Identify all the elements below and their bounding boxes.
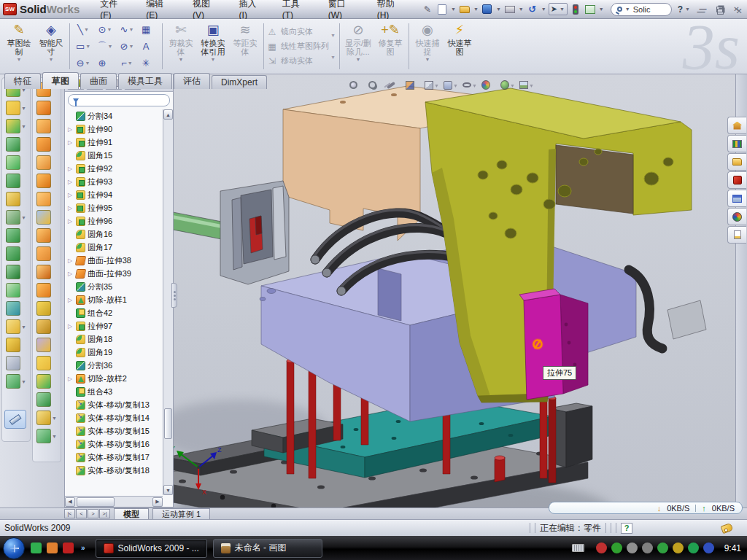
toolbar-icon[interactable]: ▼ bbox=[36, 210, 57, 225]
toolbar-icon[interactable]: ▼ bbox=[36, 174, 57, 188]
tree-item[interactable]: ▷ 实体-移动/复制16 bbox=[65, 438, 163, 451]
new-document-button[interactable] bbox=[436, 3, 449, 16]
toolbar-icon[interactable]: ▼ bbox=[36, 392, 57, 407]
tab-nav-last-button[interactable]: >| bbox=[99, 509, 110, 518]
taskbar-button-paint[interactable]: 未命名 - 画图 bbox=[213, 539, 322, 558]
sketch-entity-button[interactable]: ∿▼ bbox=[116, 21, 138, 38]
tree-item[interactable]: ▷ 拉伸97 bbox=[65, 319, 163, 332]
tree-item[interactable]: ▷ 分割34 bbox=[65, 109, 163, 122]
pattern-drop-arrows[interactable]: ▼▼ bbox=[329, 20, 337, 72]
open-button[interactable] bbox=[458, 3, 471, 16]
sprue-assembly-gray[interactable] bbox=[174, 181, 289, 284]
pin-icon[interactable]: ✎ bbox=[421, 3, 434, 16]
task-pane-tab[interactable] bbox=[727, 226, 746, 244]
toolbar-icon[interactable]: ▼ bbox=[6, 283, 26, 298]
toolbar-icon[interactable]: ▼ bbox=[36, 228, 57, 243]
side-block-magenta[interactable] bbox=[519, 289, 588, 400]
tag-icon[interactable] bbox=[721, 522, 734, 533]
toolbar-icon[interactable]: ▼ bbox=[6, 101, 26, 115]
view-tool-button[interactable]: ▼ bbox=[519, 79, 534, 91]
splitter-handle[interactable] bbox=[171, 283, 177, 308]
sketch-entity-button[interactable]: ▦▼ bbox=[138, 21, 160, 38]
sketch-entity-button[interactable]: A▼ bbox=[138, 38, 160, 55]
toolbar-icon[interactable]: ▼ bbox=[6, 174, 26, 188]
smart-dimension-button[interactable]: ◈ 智能尺 寸 ▼ bbox=[35, 20, 67, 72]
trim-entities-button[interactable]: ✄ 剪裁实 体 ▼ bbox=[165, 20, 197, 72]
toolbar-icon[interactable]: ▼ bbox=[36, 356, 57, 370]
toolbar-icon[interactable]: ▼ bbox=[36, 338, 57, 352]
chevron-down-icon[interactable]: ▼ bbox=[625, 7, 630, 12]
sketch-button[interactable]: ✎ 草图绘 制 ▼ bbox=[3, 20, 35, 72]
tree-item[interactable]: ▷ 圆角19 bbox=[65, 346, 163, 359]
tree-item[interactable]: ▷ 拉伸92 bbox=[65, 162, 163, 175]
start-button[interactable] bbox=[3, 537, 25, 559]
save-button[interactable] bbox=[481, 3, 494, 16]
sketch-entity-button[interactable]: ⊙▼ bbox=[94, 21, 116, 38]
toolbar-icon[interactable]: ▼ bbox=[36, 101, 57, 115]
tree-item[interactable]: ▷ 圆角18 bbox=[65, 332, 163, 346]
quick-launch-icon[interactable] bbox=[31, 542, 42, 553]
tray-icon[interactable] bbox=[627, 542, 638, 553]
undo-button[interactable]: ↺ bbox=[526, 3, 539, 16]
ribbon-tab[interactable]: 评估 bbox=[174, 73, 210, 89]
toolbar-icon[interactable]: ▼ bbox=[36, 246, 57, 261]
task-pane-tab[interactable] bbox=[727, 153, 746, 171]
tree-item[interactable]: ▷ 组合42 bbox=[65, 306, 163, 319]
tree-item[interactable]: ▷ 拉伸90 bbox=[65, 122, 163, 136]
scrollbar-thumb[interactable] bbox=[77, 497, 115, 507]
view-tool-button[interactable]: ▼ bbox=[444, 79, 458, 91]
measure-tool-button-pressed[interactable] bbox=[4, 410, 26, 429]
sketch-entity-button[interactable]: ╲▼ bbox=[72, 21, 94, 38]
display-delete-relations-button[interactable]: ⊘ 显示/删 除几... ▼ bbox=[342, 20, 374, 72]
expand-arrow-icon[interactable]: ▷ bbox=[68, 205, 74, 211]
toolbar-icon[interactable]: ▼ bbox=[6, 137, 26, 152]
view-tool-button[interactable]: ▼ bbox=[387, 79, 401, 91]
chevron-down-icon[interactable]: ▼ bbox=[496, 7, 501, 12]
pattern-tool-button[interactable]: ▦ 线性草图阵列 bbox=[266, 39, 329, 54]
ribbon-tab[interactable]: 草图 bbox=[42, 72, 79, 89]
tree-item[interactable]: ▷ 切除-放样1 bbox=[65, 293, 163, 306]
tab-nav-prev-button[interactable]: < bbox=[76, 509, 87, 518]
expand-arrow-icon[interactable]: ▷ bbox=[68, 323, 74, 330]
chevron-down-icon[interactable]: ▼ bbox=[473, 7, 479, 12]
model-canvas[interactable]: Y Z X bbox=[174, 74, 735, 508]
pattern-tool-button[interactable]: ⇲ 移动实体 bbox=[266, 54, 329, 69]
scroll-up-icon[interactable]: ▲ bbox=[163, 109, 173, 120]
doc-close-button[interactable]: ✕ bbox=[732, 6, 746, 17]
options-list-button[interactable] bbox=[584, 3, 597, 16]
chevron-down-icon[interactable]: ▼ bbox=[355, 57, 360, 63]
sketch-entity-button[interactable]: ⊘▼ bbox=[116, 38, 138, 55]
quick-launch-more-icon[interactable]: » bbox=[81, 544, 85, 552]
ribbon-tab[interactable]: 曲面 bbox=[80, 73, 117, 89]
task-pane-tab[interactable] bbox=[727, 117, 746, 134]
search-input[interactable] bbox=[633, 5, 665, 14]
view-tool-button[interactable]: ▼ bbox=[368, 79, 382, 91]
quick-tips-help-icon[interactable]: ? bbox=[621, 523, 632, 534]
view-tool-button[interactable]: ▼ bbox=[500, 79, 515, 91]
convert-entities-button[interactable]: ▣ 转换实 体引用 ▼ bbox=[197, 20, 229, 72]
sketch-entity-button[interactable]: ⌐▼ bbox=[116, 55, 138, 71]
chevron-down-icon[interactable]: ▼ bbox=[179, 57, 184, 63]
expand-arrow-icon[interactable]: ▷ bbox=[68, 166, 74, 172]
toolbar-icon[interactable]: ▼ bbox=[36, 283, 57, 298]
tray-icon[interactable] bbox=[657, 542, 668, 553]
toolbar-icon[interactable]: ▼ bbox=[36, 374, 57, 389]
keyboard-layout-icon[interactable] bbox=[572, 544, 584, 552]
expand-arrow-icon[interactable]: ▷ bbox=[68, 192, 74, 198]
task-pane-tab[interactable] bbox=[727, 135, 746, 152]
tree-item[interactable]: ▷ 拉伸95 bbox=[65, 201, 163, 214]
tree-item[interactable]: ▷ 组合43 bbox=[65, 385, 163, 398]
expand-arrow-icon[interactable]: ▷ bbox=[68, 257, 74, 264]
toolbar-icon[interactable]: ▼ bbox=[36, 192, 57, 206]
tree-item[interactable]: ▷ 实体-移动/复制13 bbox=[65, 398, 163, 411]
tree-item[interactable]: ▷ 实体-移动/复制18 bbox=[65, 464, 163, 477]
ribbon-tab[interactable]: 模具工具 bbox=[118, 73, 172, 89]
tray-icon[interactable] bbox=[673, 542, 684, 553]
toolbar-icon[interactable]: ▼ bbox=[36, 265, 57, 279]
view-tool-button[interactable]: ▼ bbox=[462, 79, 477, 91]
toolbar-icon[interactable]: ▼ bbox=[6, 228, 26, 243]
ribbon-tab[interactable]: 特征 bbox=[4, 73, 41, 89]
expand-arrow-icon[interactable]: ▷ bbox=[68, 271, 74, 277]
3d-viewport[interactable]: Y Z X ▼ ▼ ▼ ▼ ▼ ▼ ▼ ▼ bbox=[174, 74, 735, 508]
toolbar-icon[interactable]: ▼ bbox=[6, 155, 26, 170]
